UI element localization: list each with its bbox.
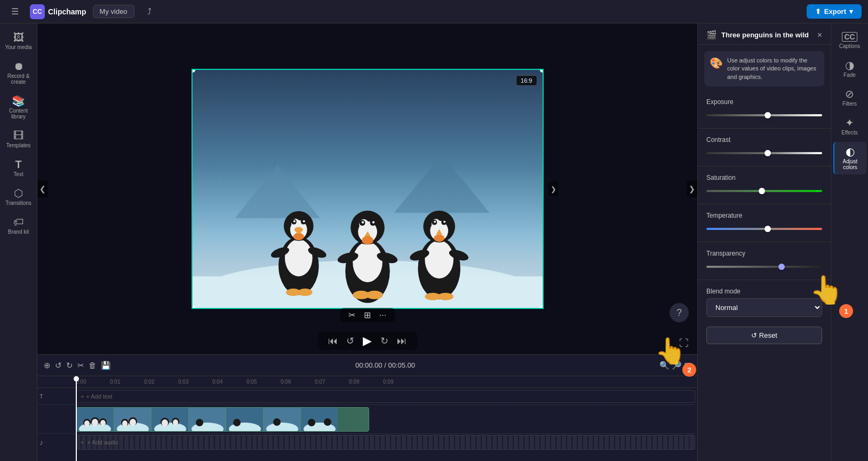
play-button[interactable]: ▶ [363, 334, 372, 348]
svg-point-64 [130, 419, 136, 426]
temperature-slider[interactable] [706, 224, 822, 234]
center-area: 16:9 ❮ ❯ ✂ ⊞ ··· ⏮ ↺ ▶ ↻ ⏭ ⛶ ? [37, 23, 697, 461]
fr-item-label-adjust-colors: Adjust colors [837, 158, 864, 170]
effects-icon: ✦ [845, 117, 854, 128]
sidebar-item-brand-kit[interactable]: 🏷 Brand kit [2, 212, 35, 239]
templates-icon: 🎞 [13, 130, 24, 141]
export-button[interactable]: ⬆ Export ▾ [807, 4, 862, 19]
resize-handle-bl[interactable] [192, 305, 195, 309]
exposure-section: Exposure [698, 93, 831, 126]
timeline: ⊕ ↺ ↻ ✂ 🗑 💾 00:00.00 / 00:05.00 🔍 🔎 ⊟ 0:… [37, 354, 697, 461]
undo-button[interactable]: ↺ [55, 361, 62, 370]
sidebar-item-label-content-library: Content library [4, 108, 33, 120]
text-track-content[interactable]: + + Add text [76, 390, 695, 403]
skip-end-button[interactable]: ⏭ [397, 336, 407, 347]
sidebar-item-text[interactable]: T Text [2, 155, 35, 181]
contrast-slider[interactable] [706, 148, 822, 158]
fr-item-filters[interactable]: ⊘ Filters [833, 84, 866, 111]
text-icon: T [15, 159, 21, 170]
sidebar-item-label-templates: Templates [6, 142, 31, 148]
zoom-fit-button[interactable]: ⊟ [684, 361, 691, 370]
svg-point-29 [372, 221, 374, 223]
temperature-thumb[interactable] [765, 226, 771, 232]
transparency-slider[interactable] [706, 261, 822, 272]
expand-left-button[interactable]: ❮ [37, 180, 48, 197]
resize-handle-br[interactable] [540, 305, 544, 309]
saturation-slider[interactable] [706, 186, 822, 196]
cut-button[interactable]: ✂ [77, 361, 84, 370]
crop-button[interactable]: ✂ [348, 310, 355, 320]
fullscreen-button[interactable]: ⛶ [679, 338, 689, 349]
zoom-out-button[interactable]: 🔍 [659, 361, 670, 370]
rewind-5s-button[interactable]: ↺ [346, 335, 354, 347]
sidebar-item-transitions[interactable]: ⬡ Transitions [2, 184, 35, 210]
export-label: Export [824, 7, 846, 15]
transparency-thumb[interactable] [778, 264, 785, 270]
exposure-thumb[interactable] [765, 112, 771, 118]
panel-clip-icon: 🎬 [706, 30, 717, 40]
zoom-in-button[interactable]: 🔎 [672, 361, 682, 370]
sidebar-item-templates[interactable]: 🎞 Templates [2, 126, 35, 153]
saturation-section: Saturation [698, 169, 831, 202]
clip-thumb-2 [114, 408, 151, 431]
sidebar-item-label-text: Text [13, 171, 23, 177]
forward-5s-button[interactable]: ↻ [380, 335, 388, 347]
reset-button[interactable]: ↺ Reset [706, 327, 822, 344]
transparency-track [706, 266, 822, 268]
your-media-icon: 🖼 [13, 32, 24, 43]
svg-point-87 [324, 418, 331, 426]
video-clip[interactable] [76, 407, 369, 432]
add-text-label: + Add text [86, 393, 112, 400]
adjust-colors-panel: 🎬 Three penguins in the wild × 🎨 Use adj… [697, 23, 831, 461]
video-title[interactable]: My video [93, 5, 134, 18]
menu-button[interactable]: ☰ [6, 3, 23, 20]
fr-item-label-fade: Fade [843, 72, 856, 78]
sidebar-item-record-create[interactable]: ⏺ Record & create [2, 57, 35, 89]
ruler-4: 0:04 [212, 379, 222, 385]
blend-mode-select[interactable]: Normal Multiply Screen Overlay Darken Li… [706, 298, 822, 317]
clip-thumb-6 [263, 408, 300, 431]
save-button[interactable]: 💾 [101, 361, 111, 370]
fr-item-adjust-colors[interactable]: ◐ Adjust colors [833, 142, 866, 174]
fr-item-captions[interactable]: CC Captions [833, 28, 866, 53]
help-button[interactable]: ? [670, 303, 689, 322]
exposure-slider[interactable] [706, 110, 822, 121]
transparency-label: Transparency [706, 250, 822, 257]
blend-mode-section: Blend mode Normal Multiply Screen Overla… [698, 282, 831, 322]
sidebar-item-label-record-create: Record & create [4, 73, 33, 85]
sidebar-collapse-button[interactable]: ❮ [13, 456, 24, 461]
skip-start-button[interactable]: ⏮ [328, 336, 338, 347]
fr-item-fade[interactable]: ◑ Fade [833, 55, 866, 82]
clip-thumb-1 [76, 408, 114, 431]
sidebar-item-content-library[interactable]: 📚 Content library [2, 91, 35, 124]
aspect-ratio-button[interactable]: 16:9 [516, 75, 537, 86]
svg-point-20 [293, 233, 304, 240]
divider-3 [698, 204, 831, 204]
panel-collapse-button[interactable]: ❯ [548, 182, 559, 196]
fr-item-effects[interactable]: ✦ Effects [833, 113, 866, 140]
clip-thumb-7 [300, 408, 338, 431]
expand-right-button[interactable]: ❯ [687, 180, 697, 197]
share-button[interactable]: ⤴ [141, 3, 158, 20]
fit-button[interactable]: ⊞ [364, 310, 371, 320]
sidebar-item-your-media[interactable]: 🖼 Your media [2, 28, 35, 54]
transitions-icon: ⬡ [14, 188, 23, 198]
logo-icon: CC [30, 4, 45, 19]
contrast-thumb[interactable] [765, 150, 771, 156]
text-track-label: T [39, 393, 76, 400]
svg-point-54 [84, 420, 90, 427]
more-button[interactable]: ··· [379, 311, 386, 320]
redo-button[interactable]: ↻ [66, 361, 73, 370]
topbar-right: ⬆ Export ▾ [807, 4, 862, 19]
ruler-5: 0:05 [246, 379, 257, 385]
clip-thumb-4 [188, 408, 226, 431]
audio-track-content[interactable]: + + Add audio [76, 435, 695, 450]
snap-button[interactable]: ⊕ [44, 361, 51, 370]
ruler-8: 0:08 [349, 379, 359, 385]
saturation-thumb[interactable] [759, 188, 765, 194]
svg-point-27 [361, 221, 363, 223]
contrast-section: Contrast [698, 131, 831, 164]
panel-close-button[interactable]: × [817, 30, 822, 40]
app-name: Clipchamp [48, 7, 86, 16]
delete-button[interactable]: 🗑 [89, 361, 97, 370]
